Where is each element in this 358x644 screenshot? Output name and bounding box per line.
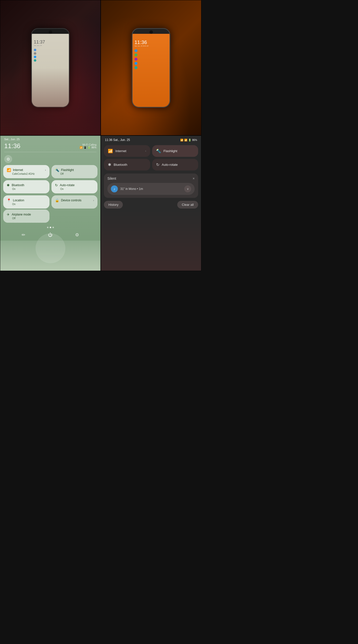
phone-notch-dark [49, 30, 52, 34]
cell-top-left: 11:37 Sat, Jun. 25 [0, 0, 101, 136]
history-button[interactable]: History [104, 201, 123, 208]
battery-icon: 🔋 [88, 146, 90, 149]
phone-date-dark: Sat, Jun. 25 [34, 45, 67, 46]
tile-internet[interactable]: 📶 Internet › CafeCortado2.4GHz [3, 165, 50, 178]
tile-airplane-header: ✈ Airplane mode [7, 212, 46, 216]
qs-time: 11:36 [4, 142, 20, 150]
silent-panel: Silent × ♪ 31" in Mono • 1m ∨ [104, 174, 198, 198]
bluetooth-icon: ✱ [7, 183, 10, 187]
notif-bluetooth-icon: ✱ [108, 162, 111, 167]
cell-bottom-left: Sat., Jun. 25 11:36 Wi-Fi Calling 📶 📱 🔋 … [0, 136, 101, 271]
qs-wallpaper [0, 240, 100, 271]
airplane-icon: ✈ [7, 212, 10, 216]
notif-internet-text: Internet [115, 149, 126, 153]
notif-wifi-icon: 📶 [180, 139, 183, 142]
tile-location-header: 📍 Location [7, 198, 46, 202]
notif-empty-area [101, 210, 201, 271]
tile-flashlight-header: 🔦 Flashlight [55, 168, 94, 172]
silent-header: Silent × [108, 176, 195, 180]
phone-date-orange: Sat, Jun. 25 4G% 29° [134, 45, 168, 47]
phone-notch-orange [150, 30, 153, 34]
qs-tiles-grid: 📶 Internet › CafeCortado2.4GHz 🔦 Flashli… [0, 165, 100, 208]
dot-blue [34, 49, 36, 51]
main-grid: 11:37 Sat, Jun. 25 11:36 Sat, Jun. 25 4G… [0, 0, 202, 644]
tile-location-sub: On [7, 203, 46, 206]
page-dot-2 [50, 227, 51, 228]
orange-icon-blue [134, 49, 138, 52]
notif-autorotate-text: Auto-rotate [162, 163, 178, 166]
battery-percent: 86% [92, 146, 96, 149]
tile-autorotate-name: Auto-rotate [60, 184, 74, 187]
notif-signal-icon: 📶 [184, 139, 187, 142]
internet-icon: 📶 [7, 168, 11, 172]
status-dots-dark [34, 49, 67, 62]
tile-flashlight[interactable]: 🔦 Flashlight Off [52, 165, 98, 178]
notif-flashlight-icon: 🔦 [156, 149, 161, 153]
notif-battery-icon: 🔋 [188, 139, 191, 142]
notif-tile-autorotate[interactable]: ↻ Auto-rotate [152, 159, 198, 170]
hand-shadow-dark [0, 68, 100, 136]
tile-airplane-name: Airplane mode [12, 213, 31, 216]
silent-notification[interactable]: ♪ 31" in Mono • 1m ∨ [108, 183, 195, 195]
edit-button[interactable]: ✏ [22, 232, 25, 238]
autorotate-icon: ↻ [55, 183, 58, 187]
phone-frame-orange: 11:36 Sat, Jun. 25 4G% 29° [132, 28, 170, 108]
device-controls-icon: 🔒 [55, 198, 59, 202]
page-dot-1 [47, 227, 48, 228]
tile-autorotate[interactable]: ↻ Auto-rotate On [52, 180, 98, 193]
wallpaper-circle [36, 234, 66, 263]
notif-actions-row: History Clear all [101, 200, 201, 210]
tile-device-controls-name: Device controls [61, 198, 82, 202]
clear-all-button[interactable]: Clear all [177, 201, 198, 208]
notif-internet-icon: 📶 [108, 149, 113, 153]
qs-settings-row: ⚙ [0, 154, 100, 165]
tile-location[interactable]: 📍 Location On [3, 195, 50, 208]
settings-button[interactable]: ⚙ [75, 232, 79, 238]
qs-time-row: 11:36 Wi-Fi Calling 📶 📱 🔋 86% [0, 142, 100, 152]
silent-notif-icon: ♪ [111, 186, 118, 192]
silent-notif-text: 31" in Mono • 1m [120, 187, 182, 191]
notif-tile-flashlight[interactable]: 🔦 Flashlight [152, 145, 198, 157]
tile-internet-name: Internet [13, 168, 23, 172]
tile-airplane-sub: Off [7, 217, 46, 220]
signal-icon: 📱 [84, 146, 86, 149]
phone-time-orange: 11:36 [134, 40, 168, 45]
location-icon: 📍 [7, 198, 11, 202]
qs-status-bar: Sat., Jun. 25 [0, 136, 100, 142]
qs-wifi-label: Wi-Fi Calling [82, 144, 96, 146]
tile-device-controls[interactable]: 🔒 Device controls › [52, 195, 98, 208]
tile-bluetooth-name: Bluetooth [12, 184, 24, 187]
silent-title: Silent [108, 176, 116, 180]
cell-top-right: 11:36 Sat, Jun. 25 4G% 29° [101, 0, 202, 136]
silent-expand-button[interactable]: ∨ [184, 186, 191, 192]
cell-bottom-right: 11:36 Sat., Jun. 25 📶 📶 🔋 86% 📶 Internet… [101, 136, 202, 271]
tile-internet-header: 📶 Internet › [7, 168, 46, 172]
dot-teal [34, 59, 36, 62]
internet-arrow: › [45, 169, 46, 172]
qs-page-dots [0, 224, 100, 230]
qs-gear-button[interactable]: ⚙ [4, 155, 12, 163]
orange-icon-green [134, 54, 138, 56]
page-dot-3 [52, 227, 54, 228]
device-controls-arrow: › [93, 199, 94, 202]
tile-airplane[interactable]: ✈ Airplane mode Off [3, 210, 50, 223]
notif-status-icons: 📶 📶 🔋 86% [180, 139, 197, 142]
notif-tile-internet[interactable]: 📶 Internet › [104, 145, 150, 157]
flashlight-icon: 🔦 [55, 168, 59, 172]
tile-autorotate-sub: On [55, 188, 94, 190]
tile-autorotate-header: ↻ Auto-rotate [55, 183, 94, 187]
silent-close-button[interactable]: × [193, 176, 195, 180]
qs-status-icons: 📶 📱 🔋 86% [80, 146, 96, 149]
tile-device-controls-header: 🔒 Device controls › [55, 198, 94, 202]
tile-bluetooth-sub: On [7, 188, 46, 190]
tile-bluetooth-header: ✱ Bluetooth [7, 183, 46, 187]
dot-gray [34, 52, 36, 55]
tile-bluetooth[interactable]: ✱ Bluetooth On [3, 180, 50, 193]
notif-autorotate-icon: ↻ [156, 162, 159, 167]
qs-date: Sat., Jun. 25 [4, 138, 20, 141]
notif-tile-bluetooth[interactable]: ✱ Bluetooth [104, 159, 150, 170]
notif-bluetooth-text: Bluetooth [114, 163, 127, 166]
notif-status-bar: 11:36 Sat., Jun. 25 📶 📶 🔋 86% [101, 136, 201, 143]
orange-icon-blue2 [134, 62, 138, 65]
notif-flashlight-text: Flashlight [164, 149, 178, 153]
